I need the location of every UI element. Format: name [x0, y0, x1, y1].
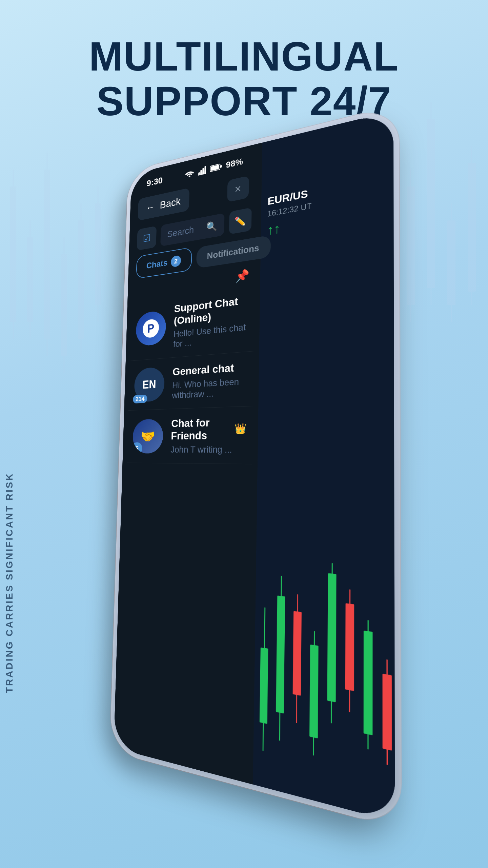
tab-chats-label: Chats	[146, 258, 168, 271]
pin-icon: 📌	[235, 268, 249, 284]
chat-name-friends: Chat for Friends 👑	[171, 415, 246, 442]
friends-badge: 5	[133, 442, 143, 453]
svg-rect-47	[345, 603, 354, 691]
edit-button[interactable]: ✏️	[229, 208, 251, 235]
back-arrow-icon: ←	[146, 201, 155, 214]
chat-preview-friends: John T writing ...	[170, 444, 246, 455]
chat-avatar-friends: 🤝 5	[133, 419, 164, 453]
back-label: Back	[160, 195, 181, 211]
chat-avatar-general: EN 214	[134, 367, 165, 402]
support-letter: P	[147, 321, 154, 335]
support-logo-bg: P	[136, 310, 166, 347]
svg-rect-29	[198, 172, 200, 176]
disclaimer-text: TRADING CARRIES SIGNIFICANT RISK	[4, 472, 15, 693]
chat-preview-support: Hello! Use this chat for ...	[173, 322, 248, 349]
chart-panel-right: EUR/US 16:12:32 UT ↑↑	[253, 111, 395, 822]
svg-rect-31	[202, 168, 204, 175]
avatar-en-text: EN	[142, 378, 156, 391]
chat-info-general: General chat Hi. Who has been withdraw .…	[172, 360, 247, 400]
close-icon: ×	[235, 182, 241, 196]
back-button[interactable]: ← Back	[138, 188, 189, 221]
status-time: 9:30	[146, 175, 163, 189]
svg-point-28	[188, 175, 190, 177]
bg-chart-left	[0, 119, 129, 424]
candlestick-chart	[253, 533, 395, 822]
svg-rect-43	[309, 645, 319, 738]
svg-rect-41	[292, 611, 301, 696]
chat-preview-general: Hi. Who has been withdraw ...	[172, 376, 247, 400]
search-icon: 🔍	[206, 220, 217, 233]
chat-avatar-support: P	[136, 310, 166, 347]
battery-percent: 98%	[226, 156, 243, 170]
svg-rect-49	[363, 631, 372, 735]
wifi-icon	[185, 169, 195, 179]
svg-rect-45	[327, 573, 336, 702]
svg-rect-51	[382, 674, 392, 751]
chat-item-friends[interactable]: 🤝 5 Chat for Friends 👑 John T writing ..…	[127, 406, 253, 464]
phone-screen: 9:30	[114, 111, 395, 822]
battery-icon	[210, 163, 222, 172]
phone-outer: 9:30	[110, 104, 401, 829]
svg-rect-37	[259, 647, 268, 724]
edit-icon: ✏️	[234, 214, 246, 228]
chat-name-general: General chat	[172, 360, 247, 378]
support-logo: P	[142, 318, 159, 338]
chat-list: P Support Chat (Online) Hello! Use this …	[123, 284, 260, 465]
tab-chats-badge: 2	[171, 255, 181, 268]
search-placeholder: Search	[167, 224, 194, 240]
general-badge: 214	[133, 394, 147, 403]
svg-rect-30	[200, 170, 202, 175]
svg-rect-39	[276, 595, 285, 713]
svg-rect-32	[204, 166, 206, 174]
close-button[interactable]: ×	[227, 176, 249, 202]
chat-panel: 9:30	[114, 143, 262, 785]
phone-device: 9:30	[110, 104, 401, 829]
chat-item-general[interactable]: EN 214 General chat Hi. Who has been wit…	[128, 351, 254, 411]
chat-info-support: Support Chat (Online) Hello! Use this ch…	[173, 294, 248, 349]
checkbox-icon: ☑	[143, 232, 151, 244]
chat-name-support: Support Chat (Online)	[174, 294, 248, 327]
tab-notifications-label: Notifications	[207, 243, 259, 261]
crown-icon: 👑	[234, 422, 246, 434]
chat-info-friends: Chat for Friends 👑 John T writing ...	[170, 415, 246, 455]
checkbox-button[interactable]: ☑	[137, 226, 157, 251]
signal-icon	[198, 166, 206, 176]
